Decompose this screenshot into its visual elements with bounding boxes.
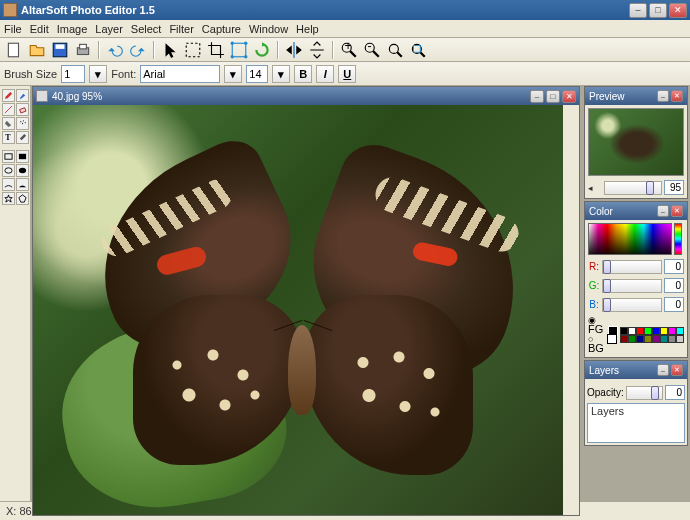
bucket-tool-icon[interactable] (2, 117, 15, 130)
rotate-icon[interactable] (252, 40, 272, 60)
b-slider[interactable] (602, 298, 662, 312)
pencil-tool-icon[interactable] (2, 89, 15, 102)
menu-select[interactable]: Select (131, 23, 162, 35)
swatch[interactable] (668, 327, 676, 335)
color-field[interactable] (588, 223, 672, 255)
redo-icon[interactable] (128, 40, 148, 60)
hue-strip[interactable] (674, 223, 682, 255)
swatch[interactable] (668, 335, 676, 343)
spray-tool-icon[interactable] (16, 117, 29, 130)
filled-rect-tool-icon[interactable] (16, 150, 29, 163)
text-tool-icon[interactable]: T (2, 131, 15, 144)
menu-image[interactable]: Image (57, 23, 88, 35)
menu-capture[interactable]: Capture (202, 23, 241, 35)
maximize-button[interactable]: □ (649, 3, 667, 18)
menu-file[interactable]: File (4, 23, 22, 35)
menubar: File Edit Image Layer Select Filter Capt… (0, 20, 690, 38)
italic-button[interactable]: I (316, 65, 334, 83)
brush-tool-icon[interactable] (16, 89, 29, 102)
polygon-tool-icon[interactable] (16, 192, 29, 205)
font-size-input[interactable] (246, 65, 268, 83)
doc-minimize-button[interactable]: – (530, 90, 544, 103)
arc-tool-icon[interactable] (2, 178, 15, 191)
crop-icon[interactable] (206, 40, 226, 60)
menu-filter[interactable]: Filter (169, 23, 193, 35)
resize-icon[interactable] (229, 40, 249, 60)
doc-close-button[interactable]: ✕ (562, 90, 576, 103)
save-icon[interactable] (50, 40, 70, 60)
swatch[interactable] (676, 335, 684, 343)
filled-arc-tool-icon[interactable] (16, 178, 29, 191)
canvas[interactable] (33, 105, 563, 515)
color-close-button[interactable]: ✕ (671, 205, 683, 217)
zoom-value[interactable]: 95 (664, 180, 684, 195)
r-slider[interactable] (602, 260, 662, 274)
cursor-icon[interactable] (160, 40, 180, 60)
font-name-dropdown[interactable]: ▾ (224, 65, 242, 83)
swatch[interactable] (628, 335, 636, 343)
swatch[interactable] (660, 327, 668, 335)
swatch[interactable] (644, 327, 652, 335)
brush-size-dropdown[interactable]: ▾ (89, 65, 107, 83)
minimize-button[interactable]: – (629, 3, 647, 18)
font-size-dropdown[interactable]: ▾ (272, 65, 290, 83)
open-file-icon[interactable] (27, 40, 47, 60)
swatch[interactable] (652, 335, 660, 343)
fgbg-swatch[interactable] (608, 326, 617, 344)
opacity-value[interactable]: 0 (665, 385, 685, 400)
swatch[interactable] (628, 327, 636, 335)
menu-help[interactable]: Help (296, 23, 319, 35)
r-value[interactable]: 0 (664, 259, 684, 274)
g-value[interactable]: 0 (664, 278, 684, 293)
brush-size-input[interactable] (61, 65, 85, 83)
g-slider[interactable] (602, 279, 662, 293)
zoom-out-icon[interactable]: - (362, 40, 382, 60)
ellipse-tool-icon[interactable] (2, 164, 15, 177)
flip-h-icon[interactable] (284, 40, 304, 60)
swatch[interactable] (676, 327, 684, 335)
marquee-icon[interactable] (183, 40, 203, 60)
svg-line-19 (397, 52, 402, 57)
layers-min-button[interactable]: – (657, 364, 669, 376)
underline-button[interactable]: U (338, 65, 356, 83)
fg-label: ◉ FG (588, 316, 605, 335)
zoom-fit-icon[interactable] (385, 40, 405, 60)
close-button[interactable]: ✕ (669, 3, 687, 18)
preview-close-button[interactable]: ✕ (671, 90, 683, 102)
rect-tool-icon[interactable] (2, 150, 15, 163)
filled-ellipse-tool-icon[interactable] (16, 164, 29, 177)
zoom-actual-icon[interactable] (408, 40, 428, 60)
bold-button[interactable]: B (294, 65, 312, 83)
swatch[interactable] (620, 335, 628, 343)
swatch[interactable] (660, 335, 668, 343)
color-min-button[interactable]: – (657, 205, 669, 217)
layers-close-button[interactable]: ✕ (671, 364, 683, 376)
swatch[interactable] (644, 335, 652, 343)
opacity-slider[interactable] (626, 386, 663, 400)
swatch[interactable] (620, 327, 628, 335)
b-value[interactable]: 0 (664, 297, 684, 312)
layer-item[interactable]: Layers (591, 405, 681, 417)
swatch[interactable] (636, 327, 644, 335)
star-tool-icon[interactable] (2, 192, 15, 205)
flip-v-icon[interactable] (307, 40, 327, 60)
menu-window[interactable]: Window (249, 23, 288, 35)
undo-icon[interactable] (105, 40, 125, 60)
font-name-input[interactable] (140, 65, 220, 83)
new-file-icon[interactable] (4, 40, 24, 60)
menu-layer[interactable]: Layer (95, 23, 123, 35)
swatch[interactable] (652, 327, 660, 335)
line-tool-icon[interactable] (2, 103, 15, 116)
eyedropper-tool-icon[interactable] (16, 131, 29, 144)
swatch[interactable] (636, 335, 644, 343)
document-titlebar[interactable]: 40.jpg 95% – □ ✕ (33, 87, 579, 105)
print-icon[interactable] (73, 40, 93, 60)
eraser-tool-icon[interactable] (16, 103, 29, 116)
zoom-in-icon[interactable]: + (339, 40, 359, 60)
doc-maximize-button[interactable]: □ (546, 90, 560, 103)
preview-thumbnail[interactable] (588, 108, 684, 176)
zoom-slider[interactable] (604, 181, 662, 195)
menu-edit[interactable]: Edit (30, 23, 49, 35)
layers-list[interactable]: Layers (587, 403, 685, 443)
preview-min-button[interactable]: – (657, 90, 669, 102)
